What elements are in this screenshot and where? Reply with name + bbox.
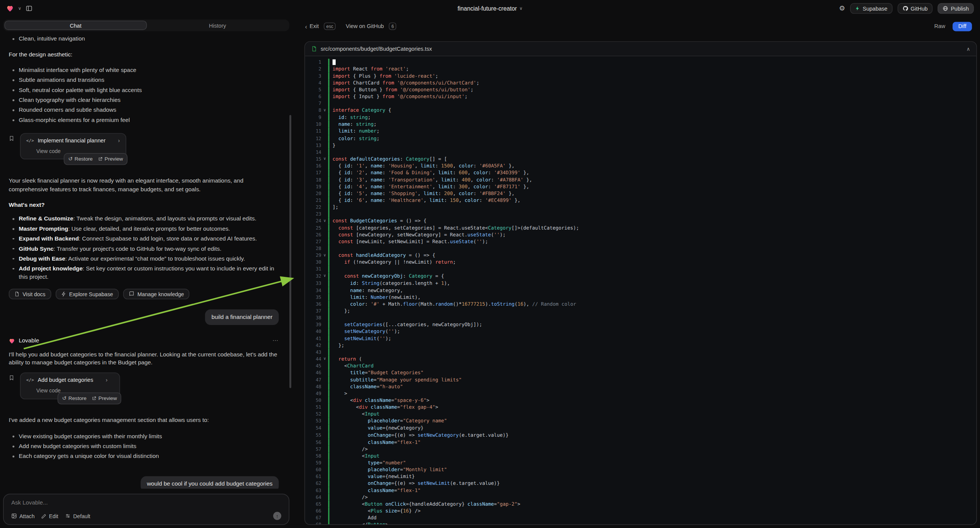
bookmark-icon[interactable] bbox=[9, 375, 14, 399]
fold-chevron-icon[interactable]: ∨ bbox=[321, 218, 328, 224]
supabase-bolt-icon bbox=[855, 6, 860, 11]
code-line: 66 <Plus size={16} /> bbox=[305, 507, 976, 514]
send-button[interactable]: ↑ bbox=[273, 512, 281, 520]
code-line: 35 limit: Number(newLimit), bbox=[305, 294, 976, 301]
code-line: 45 <ChartCard bbox=[305, 363, 976, 369]
code-line: 63 className="flex-1" bbox=[305, 487, 976, 493]
toggle-sidebar-icon[interactable] bbox=[26, 5, 33, 12]
chevron-right-icon: › bbox=[118, 137, 120, 145]
code-line: 61 value={newLimit} bbox=[305, 473, 976, 480]
fold-chevron-icon[interactable]: ∨ bbox=[321, 252, 328, 259]
restore-icon: ↺ bbox=[68, 155, 73, 163]
fold-chevron-icon[interactable]: ∨ bbox=[321, 155, 328, 162]
code-icon: </> bbox=[26, 377, 34, 385]
project-chevron-down-icon: ∨ bbox=[519, 6, 522, 11]
supabase-button[interactable]: Supabase bbox=[850, 3, 892, 14]
fold-chevron-icon[interactable]: ∨ bbox=[321, 273, 328, 280]
list-item: Soft, neutral color palette with light b… bbox=[11, 86, 284, 94]
file-path: src/components/budget/BudgetCategories.t… bbox=[320, 45, 432, 52]
list-item: Add project knowledge: Set key context o… bbox=[11, 265, 284, 281]
external-link-icon bbox=[92, 396, 97, 401]
edit-mode-button[interactable]: Edit bbox=[42, 513, 58, 519]
bookmark-icon[interactable] bbox=[9, 135, 14, 159]
project-switcher[interactable]: financial-future-creator ∨ bbox=[458, 5, 523, 12]
github-label: GitHub bbox=[911, 5, 928, 12]
chat-composer[interactable]: Ask Lovable... Attach Edit bbox=[3, 494, 290, 525]
tab-history[interactable]: History bbox=[147, 21, 288, 30]
code-line: 9 id: string; bbox=[305, 114, 976, 121]
publish-button[interactable]: Publish bbox=[937, 3, 974, 14]
card-hover-toolbar: ↺ Restore Preview bbox=[64, 153, 128, 165]
chat-scroll-area[interactable]: Clean, intuitive navigation For the desi… bbox=[0, 32, 293, 489]
list-item: Rounded corners and subtle shadows bbox=[11, 106, 284, 114]
fold-chevron-icon[interactable]: ∨ bbox=[321, 107, 328, 114]
attach-button[interactable]: Attach bbox=[11, 513, 35, 519]
chat-scrollbar-thumb[interactable] bbox=[290, 115, 291, 388]
list-item: Glass-morphic elements for a premium fee… bbox=[11, 116, 284, 124]
code-line: 52 <Input bbox=[305, 411, 976, 418]
chat-input[interactable]: Ask Lovable... bbox=[11, 499, 282, 506]
docs-icon bbox=[14, 292, 19, 297]
code-line: 34 name: newCategory, bbox=[305, 287, 976, 294]
preview-button[interactable]: Preview bbox=[99, 155, 123, 163]
esc-key-badge: esc bbox=[324, 22, 336, 30]
planner-summary: Your sleek financial planner is now read… bbox=[9, 177, 284, 194]
logo-chevron-down-icon[interactable]: ∨ bbox=[18, 6, 21, 11]
raw-view-button[interactable]: Raw bbox=[934, 23, 945, 29]
external-link-icon bbox=[99, 157, 103, 161]
code-lines: 12import React from 'react';3import { Pl… bbox=[305, 59, 976, 524]
edit-card-implement-financial-planner: </> Implement financial planner › View c… bbox=[9, 133, 126, 159]
added-bullet-list: View existing budget categories with the… bbox=[11, 433, 284, 461]
chevron-left-icon: ‹ bbox=[305, 23, 307, 30]
manage-knowledge-button[interactable]: Manage knowledge bbox=[123, 289, 190, 300]
code-line: 47 subtitle="Manage your spending limits… bbox=[305, 377, 976, 383]
assistant-header: Lovable ⋯ bbox=[9, 337, 284, 345]
model-selector-button[interactable]: Default bbox=[65, 513, 90, 519]
github-button[interactable]: GitHub bbox=[897, 3, 933, 14]
more-options-icon[interactable]: ⋯ bbox=[272, 337, 279, 345]
diff-view-button[interactable]: Diff bbox=[953, 22, 972, 31]
code-editor[interactable]: 12import React from 'react';3import { Pl… bbox=[305, 56, 976, 525]
code-line: 62 onChange={(e) => setNewLimit(e.target… bbox=[305, 480, 976, 487]
sliders-icon bbox=[65, 513, 71, 519]
supabase-bolt-outline-icon bbox=[61, 292, 66, 297]
attach-image-icon bbox=[11, 513, 17, 519]
restore-button[interactable]: ↺ Restore bbox=[68, 155, 93, 163]
code-line: 56 className="flex-1" bbox=[305, 439, 976, 445]
quick-actions-row: Visit docs Explore Supabase Manage knowl… bbox=[9, 289, 284, 300]
whats-next-heading: What's next? bbox=[9, 201, 284, 210]
code-line: 55 onChange={(e) => setNewCategory(e.tar… bbox=[305, 431, 976, 438]
code-line: 17 { id: '2', name: 'Food & Dining', lim… bbox=[305, 169, 976, 176]
restore-button[interactable]: ↺ Restore bbox=[62, 395, 87, 402]
chevron-up-icon[interactable]: ∧ bbox=[966, 46, 970, 51]
code-line: 8∨interface Category { bbox=[305, 107, 976, 114]
code-line: 4import ChartCard from '@/components/ui/… bbox=[305, 80, 976, 86]
text-cursor bbox=[332, 59, 335, 65]
code-line: 33 id: String(categories.length + 1), bbox=[305, 280, 976, 286]
fold-chevron-icon[interactable]: ∨ bbox=[321, 356, 328, 363]
count-badge: 6 bbox=[389, 22, 397, 30]
list-item: Expand with Backend: Connect Supabase to… bbox=[11, 235, 284, 243]
list-item: Refine & Customize: Tweak the design, an… bbox=[11, 215, 284, 223]
file-header[interactable]: src/components/budget/BudgetCategories.t… bbox=[305, 42, 976, 56]
code-icon: </> bbox=[26, 137, 34, 145]
code-line: 43 bbox=[305, 349, 976, 356]
chat-history-tabs: Chat History bbox=[3, 19, 290, 31]
visit-docs-button[interactable]: Visit docs bbox=[9, 289, 51, 300]
settings-gear-icon[interactable]: ⚙ bbox=[839, 5, 845, 13]
assistant-name: Lovable bbox=[19, 337, 40, 345]
list-item: Master Prompting: Use clear, detailed, a… bbox=[11, 225, 284, 233]
exit-button[interactable]: ‹ Exit esc bbox=[305, 22, 336, 30]
supabase-label: Supabase bbox=[862, 5, 887, 12]
user-message-bubble: build a financial planner bbox=[205, 309, 279, 325]
preview-button[interactable]: Preview bbox=[92, 395, 117, 402]
lovable-logo-heart-icon[interactable] bbox=[6, 5, 14, 12]
tab-chat[interactable]: Chat bbox=[5, 21, 147, 30]
code-line: 12 color: string; bbox=[305, 135, 976, 142]
explore-supabase-button[interactable]: Explore Supabase bbox=[55, 289, 119, 300]
view-on-github-button[interactable]: View on GitHub 6 bbox=[346, 22, 397, 30]
code-line: 58 <Input bbox=[305, 452, 976, 459]
design-bullet-list: Minimalist interface with plenty of whit… bbox=[11, 66, 284, 124]
project-title: financial-future-creator bbox=[458, 5, 517, 12]
code-line: 6import { Input } from '@/components/ui/… bbox=[305, 93, 976, 100]
